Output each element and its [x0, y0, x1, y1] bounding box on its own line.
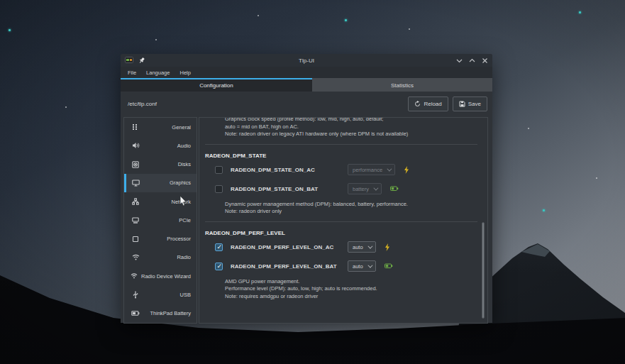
star: [528, 128, 529, 129]
tab-configuration[interactable]: Configuration: [121, 78, 312, 92]
network-icon: [131, 198, 140, 205]
ac-power-icon: [404, 166, 409, 174]
grid-icon: [131, 123, 140, 131]
scrollbar-thumb[interactable]: [482, 222, 485, 319]
sidebar-item-pcie[interactable]: PCIe: [124, 211, 197, 229]
reload-icon: [414, 101, 421, 107]
section-divider: [205, 144, 477, 145]
save-icon: [459, 101, 465, 107]
option-label: RADEON_DPM_STATE_ON_BAT: [231, 186, 348, 192]
menu-language[interactable]: Language: [141, 70, 175, 76]
star: [579, 11, 581, 13]
main-area: General Audio Disks Graphics Network: [121, 116, 492, 324]
dropdown-radeon-dpm-perf-level-on-ac[interactable]: auto: [348, 241, 376, 253]
close-icon[interactable]: [482, 57, 488, 64]
usb-icon: [131, 291, 140, 299]
option-label: RADEON_DPM_PERF_LEVEL_ON_AC: [231, 244, 348, 250]
sidebar-item-general[interactable]: General: [124, 118, 197, 136]
sidebar: General Audio Disks Graphics Network: [123, 117, 197, 324]
monitor-icon: [131, 180, 140, 187]
battery-power-icon: [390, 186, 399, 192]
app-window: Tlp-UI File Language Help Configuration: [121, 54, 492, 323]
pcie-card-icon: [131, 216, 140, 224]
disk-icon: [131, 161, 140, 168]
chevron-down-icon: [367, 263, 372, 268]
star: [409, 28, 410, 30]
dropdown-radeon-dpm-perf-level-on-bat[interactable]: auto: [348, 260, 376, 272]
chevron-down-icon: [387, 166, 392, 171]
checkbox-radeon-dpm-state-on-ac[interactable]: [215, 166, 223, 174]
radeon-dpm-perf-level-description: AMD GPU power management. Performance le…: [205, 278, 477, 301]
cpu-icon: [131, 236, 140, 243]
checkbox-radeon-dpm-perf-level-on-ac[interactable]: [215, 243, 223, 251]
maximize-icon[interactable]: [469, 57, 475, 64]
menu-help[interactable]: Help: [175, 70, 195, 76]
tabbar: Configuration Statistics: [121, 78, 492, 92]
save-button[interactable]: Save: [453, 96, 487, 111]
menu-file[interactable]: File: [123, 70, 141, 76]
dropdown-radeon-dpm-state-on-bat[interactable]: battery: [348, 183, 382, 194]
battery-power-icon: [385, 263, 393, 269]
option-row-radeon-dpm-perf-level-on-bat: RADEON_DPM_PERF_LEVEL_ON_BAT auto: [205, 257, 477, 276]
radeon-clock-note: Graphics clock speed (profile method): l…: [205, 117, 477, 138]
star: [258, 15, 259, 16]
sidebar-item-graphics[interactable]: Graphics: [124, 174, 197, 192]
checkbox-radeon-dpm-state-on-bat[interactable]: [215, 185, 223, 193]
checkbox-radeon-dpm-perf-level-on-bat[interactable]: [215, 263, 223, 270]
config-file-path: /etc/tlp.conf: [128, 101, 157, 107]
minimize-icon[interactable]: [456, 57, 463, 64]
sidebar-item-audio[interactable]: Audio: [124, 136, 197, 155]
config-content-panel: Graphics clock speed (profile method): l…: [199, 117, 488, 324]
battery-icon: [131, 311, 140, 316]
sidebar-item-usb[interactable]: USB: [124, 285, 197, 304]
window-title: Tlp-UI: [121, 57, 492, 64]
section-divider: [205, 221, 477, 222]
speaker-icon: [131, 142, 140, 149]
chevron-down-icon: [367, 243, 372, 248]
star: [543, 209, 545, 211]
wifi-icon: [131, 254, 140, 260]
option-row-radeon-dpm-perf-level-on-ac: RADEON_DPM_PERF_LEVEL_ON_AC auto: [205, 238, 477, 257]
titlebar[interactable]: Tlp-UI: [121, 54, 492, 67]
dropdown-radeon-dpm-state-on-ac[interactable]: performance: [348, 164, 395, 175]
sidebar-item-disks[interactable]: Disks: [124, 155, 197, 174]
reload-button[interactable]: Reload: [408, 96, 448, 111]
wifi-wizard-icon: [131, 273, 138, 279]
star: [65, 106, 67, 108]
menubar: File Language Help: [121, 67, 492, 78]
desktop-background: Tlp-UI File Language Help Configuration: [0, 0, 625, 364]
chevron-down-icon: [373, 185, 378, 190]
sidebar-item-processor[interactable]: Processor: [124, 230, 197, 248]
option-label: RADEON_DPM_STATE_ON_AC: [231, 167, 348, 173]
section-header-radeon-dpm-perf-level: RADEON_DPM_PERF_LEVEL: [205, 230, 477, 236]
ac-power-icon: [385, 243, 390, 251]
star: [155, 39, 157, 40]
sidebar-item-radio[interactable]: Radio: [124, 248, 197, 267]
mouse-cursor: [179, 196, 188, 207]
star: [596, 177, 597, 179]
sidebar-item-radio-device-wizard[interactable]: Radio Device Wizard: [124, 267, 197, 285]
option-row-radeon-dpm-state-on-ac: RADEON_DPM_STATE_ON_AC performance: [205, 160, 477, 180]
sidebar-item-thinkpad-battery[interactable]: ThinkPad Battery: [124, 304, 197, 323]
star: [345, 19, 347, 21]
option-label: RADEON_DPM_PERF_LEVEL_ON_BAT: [231, 263, 348, 270]
option-row-radeon-dpm-state-on-bat: RADEON_DPM_STATE_ON_BAT battery: [205, 180, 477, 199]
star: [9, 29, 11, 31]
section-header-radeon-dpm-state: RADEON_DPM_STATE: [205, 153, 477, 159]
radeon-dpm-state-description: Dynamic power management method (DPM): b…: [205, 201, 477, 216]
toolbar: /etc/tlp.conf Reload Save: [121, 92, 492, 116]
tab-statistics[interactable]: Statistics: [312, 78, 492, 92]
